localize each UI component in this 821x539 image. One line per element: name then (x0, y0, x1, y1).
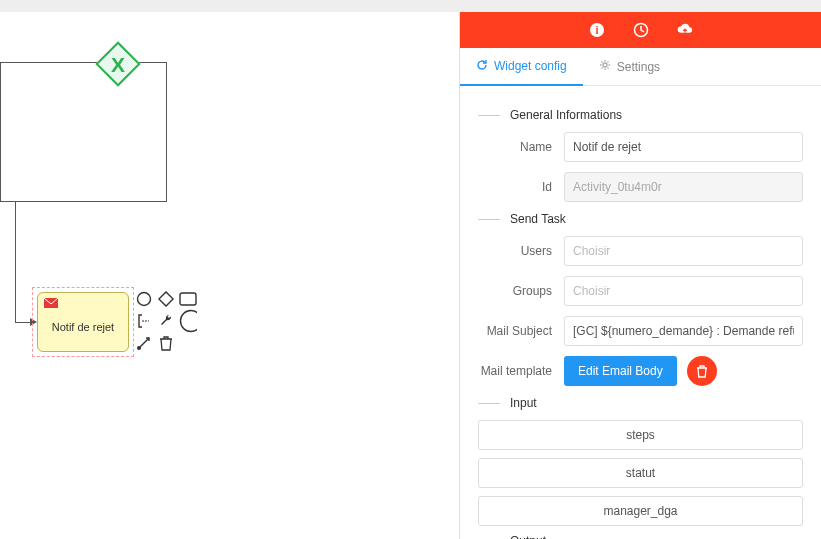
properties-panel: i Widget config Settings General Informa… (459, 12, 821, 539)
send-task-node[interactable]: Notif de rejet (37, 292, 129, 352)
edge (15, 322, 30, 323)
gateway-icon[interactable] (157, 290, 175, 308)
label-groups: Groups (478, 284, 564, 298)
users-input[interactable] (564, 236, 803, 266)
svg-rect-3 (180, 293, 196, 305)
cloud-upload-icon[interactable] (677, 22, 693, 38)
end-event-icon[interactable] (179, 312, 197, 330)
history-icon[interactable] (633, 22, 649, 38)
tab-widget-config[interactable]: Widget config (460, 48, 583, 86)
event-icon[interactable] (135, 290, 153, 308)
svg-point-6 (137, 346, 141, 350)
id-input (564, 172, 803, 202)
svg-text:i: i (595, 24, 598, 36)
edge (15, 202, 16, 322)
task-icon[interactable] (179, 290, 197, 308)
svg-point-5 (181, 311, 198, 332)
connect-icon[interactable] (135, 334, 153, 352)
label-name: Name (478, 140, 564, 154)
panel-body: General Informations Name Id Send Task U… (460, 86, 821, 539)
svg-point-10 (603, 63, 607, 67)
section-input: Input (478, 396, 803, 410)
gear-icon (599, 59, 611, 74)
subprocess-box[interactable] (0, 62, 167, 202)
label-mail-subject: Mail Subject (478, 324, 564, 338)
input-chip[interactable]: manager_dga (478, 496, 803, 526)
diagram-canvas[interactable]: X Notif de rejet (0, 12, 459, 539)
input-chip[interactable]: statut (478, 458, 803, 488)
task-label: Notif de rejet (38, 321, 128, 333)
refresh-icon (476, 59, 488, 74)
gateway-x-icon: X (111, 53, 125, 77)
tab-label: Widget config (494, 59, 567, 73)
edit-email-body-button[interactable]: Edit Email Body (564, 356, 677, 386)
wrench-icon[interactable] (157, 312, 175, 330)
tab-label: Settings (617, 60, 660, 74)
tab-settings[interactable]: Settings (583, 48, 676, 85)
mail-subject-input[interactable] (564, 316, 803, 346)
label-users: Users (478, 244, 564, 258)
panel-header: i (460, 12, 821, 48)
section-send-task: Send Task (478, 212, 803, 226)
annotation-icon[interactable] (135, 312, 153, 330)
input-chip[interactable]: steps (478, 420, 803, 450)
svg-rect-2 (159, 292, 173, 306)
groups-input[interactable] (564, 276, 803, 306)
section-general: General Informations (478, 108, 803, 122)
section-output: Output (478, 534, 803, 539)
label-mail-template: Mail template (478, 364, 564, 378)
top-bar (0, 0, 821, 12)
context-palette (135, 290, 205, 356)
info-icon[interactable]: i (589, 22, 605, 38)
name-input[interactable] (564, 132, 803, 162)
svg-point-1 (138, 293, 151, 306)
trash-icon[interactable] (157, 334, 175, 352)
label-id: Id (478, 180, 564, 194)
envelope-icon (44, 297, 58, 311)
delete-template-button[interactable] (687, 356, 717, 386)
trash-icon (696, 364, 708, 378)
panel-tabs: Widget config Settings (460, 48, 821, 86)
